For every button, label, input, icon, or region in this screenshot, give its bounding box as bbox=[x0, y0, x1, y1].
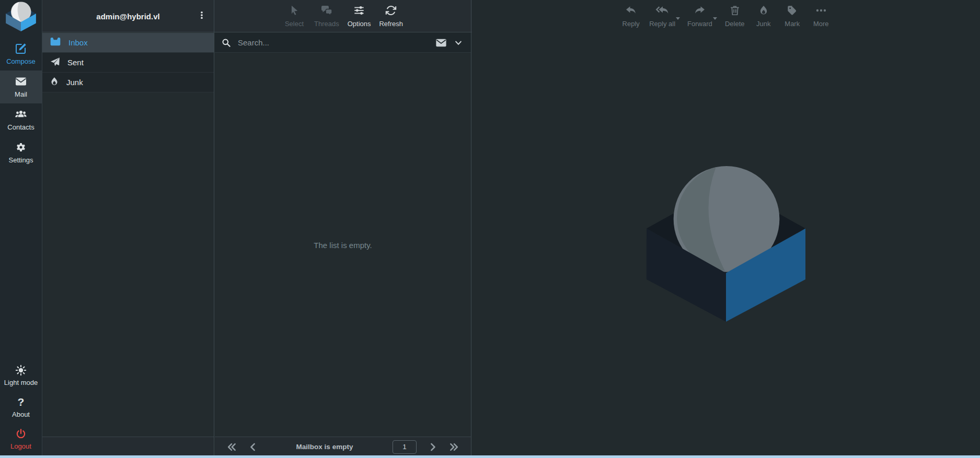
question-icon: ? bbox=[18, 396, 25, 408]
chat-bubbles-icon bbox=[320, 5, 333, 18]
taskbar-spacer bbox=[0, 169, 42, 360]
logout-button[interactable]: Logout bbox=[0, 424, 42, 455]
pagination-bar: Mailbox is empty bbox=[215, 438, 471, 456]
toolbar-label: Select bbox=[285, 20, 304, 28]
taskbar-item-label: Light mode bbox=[4, 379, 38, 386]
taskbar: Compose Mail Contac bbox=[0, 0, 42, 455]
toolbar-label: More bbox=[813, 20, 829, 28]
folder-list: Inbox Sent Junk bbox=[42, 33, 214, 92]
cursor-icon bbox=[289, 5, 300, 18]
reply-icon bbox=[625, 5, 637, 18]
power-icon bbox=[15, 428, 27, 440]
refresh-button[interactable]: Refresh bbox=[379, 5, 403, 28]
folder-name: Junk bbox=[66, 78, 83, 87]
flame-icon bbox=[50, 76, 59, 88]
mail-icon bbox=[15, 75, 27, 88]
sun-icon bbox=[15, 365, 27, 376]
ellipsis-icon bbox=[815, 5, 827, 18]
select-button[interactable]: Select bbox=[283, 5, 306, 28]
search-icon bbox=[221, 38, 232, 48]
folder-pane: admin@hybrid.vl Inbox bbox=[42, 0, 214, 455]
search-options bbox=[435, 38, 465, 48]
page-number-input[interactable] bbox=[393, 440, 417, 454]
compose-label: Compose bbox=[6, 57, 36, 65]
toolbar-label: Delete bbox=[725, 20, 745, 28]
forward-icon bbox=[694, 5, 706, 18]
more-button[interactable]: More bbox=[811, 5, 832, 28]
bottom-strip bbox=[0, 455, 980, 458]
prev-page-button[interactable] bbox=[249, 442, 257, 452]
empty-list-text: The list is empty. bbox=[314, 241, 372, 250]
toolbar-label: Forward bbox=[687, 20, 712, 28]
account-email: admin@hybrid.vl bbox=[96, 12, 159, 21]
envelope-icon[interactable] bbox=[435, 38, 447, 48]
first-page-button[interactable] bbox=[226, 442, 237, 452]
webmail-app: Compose Mail Contac bbox=[0, 0, 980, 458]
taskbar-item-label: Mail bbox=[15, 90, 27, 98]
toolbar-label: Junk bbox=[756, 20, 770, 28]
account-menu-button[interactable] bbox=[195, 0, 209, 32]
taskbar-item-label: Contacts bbox=[7, 123, 34, 131]
message-list-empty: The list is empty. bbox=[215, 53, 471, 437]
gear-icon bbox=[15, 141, 27, 154]
kebab-menu-icon bbox=[198, 10, 205, 22]
folder-pane-header: admin@hybrid.vl bbox=[42, 0, 214, 32]
taskbar-item-contacts[interactable]: Contacts bbox=[0, 103, 42, 136]
trash-icon bbox=[729, 5, 741, 18]
contacts-icon bbox=[14, 108, 28, 121]
taskbar-item-settings[interactable]: Settings bbox=[0, 136, 42, 169]
toolbar-label: Reply bbox=[622, 20, 640, 28]
reply-all-button[interactable]: Reply all bbox=[649, 5, 675, 28]
folder-item-junk[interactable]: Junk bbox=[42, 73, 214, 92]
message-list-pane: Select Threads Options bbox=[215, 0, 471, 455]
taskbar-item-mail[interactable]: Mail bbox=[0, 71, 42, 103]
toolbar-label: Refresh bbox=[379, 20, 403, 28]
mailbox-status-text: Mailbox is empty bbox=[269, 443, 380, 451]
message-content-pane: Reply Reply all Forward bbox=[472, 0, 980, 455]
compose-button[interactable]: Compose bbox=[0, 38, 42, 71]
message-toolbar: Reply Reply all Forward bbox=[472, 0, 980, 32]
threads-button[interactable]: Threads bbox=[314, 5, 339, 28]
taskbar-item-light-mode[interactable]: Light mode bbox=[0, 360, 42, 392]
flame-icon bbox=[758, 5, 769, 18]
roundcube-watermark-logo bbox=[646, 165, 806, 324]
refresh-icon bbox=[385, 5, 397, 18]
inbox-icon bbox=[50, 37, 61, 49]
folder-item-inbox[interactable]: Inbox bbox=[42, 33, 214, 53]
toolbar-label: Mark bbox=[785, 20, 800, 28]
folder-pane-footer bbox=[42, 437, 214, 455]
taskbar-item-label: About bbox=[12, 410, 30, 418]
reply-all-caret-icon[interactable] bbox=[676, 17, 680, 20]
last-page-button[interactable] bbox=[449, 442, 459, 452]
search-bar bbox=[215, 33, 471, 53]
app-logo[interactable] bbox=[0, 0, 42, 38]
compose-icon bbox=[15, 42, 27, 55]
search-input[interactable] bbox=[237, 38, 430, 48]
toolbar-label: Options bbox=[348, 20, 371, 28]
forward-button[interactable]: Forward bbox=[687, 5, 712, 28]
forward-caret-icon[interactable] bbox=[713, 17, 717, 20]
watermark-area bbox=[472, 33, 980, 455]
options-button[interactable]: Options bbox=[348, 5, 371, 28]
chevron-down-icon[interactable] bbox=[454, 39, 463, 46]
delete-button[interactable]: Delete bbox=[724, 5, 745, 28]
toolbar-label: Reply all bbox=[649, 20, 675, 28]
tag-icon bbox=[787, 5, 798, 18]
folder-item-sent[interactable]: Sent bbox=[42, 53, 214, 73]
reply-button[interactable]: Reply bbox=[620, 5, 641, 28]
taskbar-item-about[interactable]: ? About bbox=[0, 392, 42, 424]
folder-name: Inbox bbox=[68, 38, 88, 47]
reply-all-icon bbox=[655, 5, 669, 18]
paper-plane-icon bbox=[50, 57, 60, 68]
list-pane-footer: Mailbox is empty bbox=[215, 437, 471, 455]
mark-button[interactable]: Mark bbox=[782, 5, 803, 28]
roundcube-logo-icon bbox=[6, 2, 36, 33]
list-toolbar: Select Threads Options bbox=[215, 0, 471, 32]
toolbar-label: Threads bbox=[314, 20, 339, 28]
logout-label: Logout bbox=[10, 442, 31, 450]
junk-button[interactable]: Junk bbox=[753, 5, 774, 28]
taskbar-item-label: Settings bbox=[9, 156, 33, 164]
folder-name: Sent bbox=[67, 58, 84, 67]
sliders-icon bbox=[353, 5, 365, 18]
next-page-button[interactable] bbox=[429, 442, 436, 452]
